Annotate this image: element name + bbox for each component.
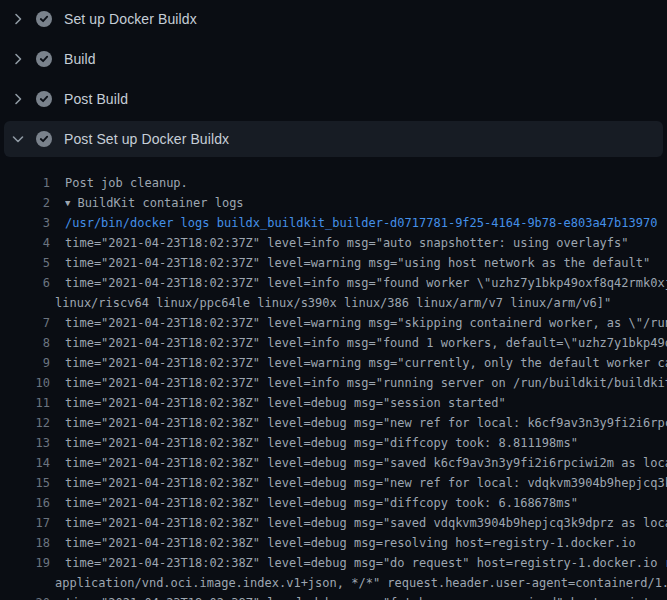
- step-list: Set up Docker Buildx Build Post Build Po…: [0, 0, 667, 157]
- log-text: Post job cleanup.: [65, 173, 188, 193]
- log-line-number[interactable]: 13: [0, 433, 50, 453]
- log-line-number[interactable]: 11: [0, 393, 50, 413]
- log-line: 14time="2021-04-23T18:02:38Z" level=debu…: [0, 453, 667, 473]
- log-text: time="2021-04-23T18:02:38Z" level=debug …: [65, 553, 667, 573]
- log-line-number[interactable]: 8: [0, 333, 50, 353]
- chevron-down-icon: [10, 131, 26, 147]
- check-circle-icon: [36, 91, 52, 107]
- log-line: 13time="2021-04-23T18:02:38Z" level=debu…: [0, 433, 667, 453]
- log-text: application/vnd.oci.image.index.v1+json,…: [55, 573, 667, 593]
- step-label: Build: [64, 51, 96, 67]
- chevron-right-icon: [10, 91, 26, 107]
- log-line: 20time="2021-04-23T18:02:38Z" level=debu…: [0, 593, 667, 600]
- log-line: 9time="2021-04-23T18:02:37Z" level=warni…: [0, 353, 667, 373]
- log-text: time="2021-04-23T18:02:37Z" level=warnin…: [65, 253, 650, 273]
- group-collapse-triangle-icon[interactable]: ▼: [65, 193, 70, 213]
- step-header-post-build[interactable]: Post Build: [4, 81, 663, 117]
- log-line-number[interactable]: 12: [0, 413, 50, 433]
- log-line-number[interactable]: 15: [0, 473, 50, 493]
- step-label: Post Set up Docker Buildx: [64, 131, 229, 147]
- log-line-number[interactable]: 16: [0, 493, 50, 513]
- log-line-number[interactable]: 6: [0, 273, 50, 293]
- log-command-text: /usr/bin/docker logs buildx_buildkit_bui…: [65, 213, 657, 233]
- step-label: Post Build: [64, 91, 128, 107]
- log-line: 8time="2021-04-23T18:02:37Z" level=info …: [0, 333, 667, 353]
- log-line: 19time="2021-04-23T18:02:38Z" level=debu…: [0, 553, 667, 573]
- log-text: time="2021-04-23T18:02:38Z" level=debug …: [65, 393, 506, 413]
- check-circle-icon: [36, 131, 52, 147]
- log-line: 12time="2021-04-23T18:02:38Z" level=debu…: [0, 413, 667, 433]
- log-text: time="2021-04-23T18:02:38Z" level=debug …: [65, 473, 667, 493]
- log-line-number[interactable]: 7: [0, 313, 50, 333]
- log-line-number: [0, 293, 50, 313]
- step-label: Set up Docker Buildx: [64, 11, 197, 27]
- log-line: 11time="2021-04-23T18:02:38Z" level=debu…: [0, 393, 667, 413]
- log-line-number[interactable]: 10: [0, 373, 50, 393]
- log-text: time="2021-04-23T18:02:38Z" level=debug …: [65, 413, 667, 433]
- step-header-build[interactable]: Build: [4, 41, 663, 77]
- log-viewer: 1Post job cleanup.2▼BuildKit container l…: [0, 161, 667, 600]
- log-text: time="2021-04-23T18:02:38Z" level=debug …: [65, 493, 578, 513]
- log-line: 6time="2021-04-23T18:02:37Z" level=info …: [0, 273, 667, 293]
- log-text: time="2021-04-23T18:02:38Z" level=debug …: [65, 513, 667, 533]
- step-header-set-up-docker-buildx[interactable]: Set up Docker Buildx: [4, 1, 663, 37]
- log-line: 7time="2021-04-23T18:02:37Z" level=warni…: [0, 313, 667, 333]
- log-line: 1Post job cleanup.: [0, 173, 667, 193]
- log-line-number[interactable]: 14: [0, 453, 50, 473]
- log-line: application/vnd.oci.image.index.v1+json,…: [0, 573, 667, 593]
- log-text: time="2021-04-23T18:02:38Z" level=debug …: [65, 533, 636, 553]
- log-line-number[interactable]: 5: [0, 253, 50, 273]
- log-line-number[interactable]: 20: [0, 593, 50, 600]
- log-text: time="2021-04-23T18:02:38Z" level=debug …: [65, 593, 667, 600]
- log-line-number[interactable]: 3: [0, 213, 50, 233]
- log-text: time="2021-04-23T18:02:38Z" level=debug …: [65, 433, 578, 453]
- log-line-number[interactable]: 9: [0, 353, 50, 373]
- chevron-right-icon: [10, 51, 26, 67]
- log-line: 16time="2021-04-23T18:02:38Z" level=debu…: [0, 493, 667, 513]
- log-line-number[interactable]: 4: [0, 233, 50, 253]
- log-text: linux/riscv64 linux/ppc64le linux/s390x …: [55, 293, 611, 313]
- log-text: ▼BuildKit container logs: [65, 193, 244, 213]
- log-line-number[interactable]: 19: [0, 553, 50, 573]
- step-header-post-set-up-docker-buildx[interactable]: Post Set up Docker Buildx: [4, 121, 663, 157]
- chevron-right-icon: [10, 11, 26, 27]
- log-text: time="2021-04-23T18:02:37Z" level=warnin…: [65, 313, 667, 333]
- check-circle-icon: [36, 11, 52, 27]
- log-text: time="2021-04-23T18:02:37Z" level=warnin…: [65, 353, 667, 373]
- log-text: time="2021-04-23T18:02:37Z" level=info m…: [65, 333, 667, 353]
- log-line: linux/riscv64 linux/ppc64le linux/s390x …: [0, 293, 667, 313]
- log-text: time="2021-04-23T18:02:37Z" level=info m…: [65, 273, 667, 293]
- log-text: time="2021-04-23T18:02:38Z" level=debug …: [65, 453, 667, 473]
- log-line: 15time="2021-04-23T18:02:38Z" level=debu…: [0, 473, 667, 493]
- log-line: 5time="2021-04-23T18:02:37Z" level=warni…: [0, 253, 667, 273]
- log-line-number[interactable]: 1: [0, 173, 50, 193]
- log-line: 10time="2021-04-23T18:02:37Z" level=info…: [0, 373, 667, 393]
- log-line: 18time="2021-04-23T18:02:38Z" level=debu…: [0, 533, 667, 553]
- log-group-line[interactable]: 2▼BuildKit container logs: [0, 193, 667, 213]
- log-line: 3/usr/bin/docker logs buildx_buildkit_bu…: [0, 213, 667, 233]
- log-line-number[interactable]: 2: [0, 193, 50, 213]
- log-line: 17time="2021-04-23T18:02:38Z" level=debu…: [0, 513, 667, 533]
- log-text: time="2021-04-23T18:02:37Z" level=info m…: [65, 233, 629, 253]
- log-line-number[interactable]: 18: [0, 533, 50, 553]
- check-circle-icon: [36, 51, 52, 67]
- log-line-number[interactable]: 17: [0, 513, 50, 533]
- log-text: time="2021-04-23T18:02:37Z" level=info m…: [65, 373, 667, 393]
- log-line-number: [0, 573, 50, 593]
- log-line: 4time="2021-04-23T18:02:37Z" level=info …: [0, 233, 667, 253]
